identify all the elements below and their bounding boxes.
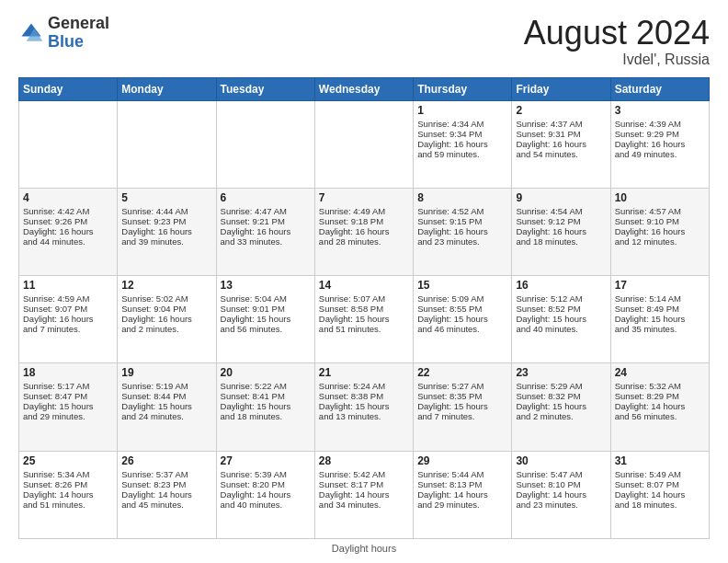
calendar-cell: 13Sunrise: 5:04 AMSunset: 9:01 PMDayligh… — [216, 276, 314, 363]
cell-info: and 29 minutes. — [417, 500, 507, 510]
cell-info: Daylight: 15 hours — [319, 401, 409, 411]
cell-info: and 23 minutes. — [516, 500, 606, 510]
cell-info: Sunrise: 5:14 AM — [615, 293, 705, 304]
cell-info: Daylight: 14 hours — [121, 489, 211, 500]
cell-info: and 29 minutes. — [23, 411, 113, 421]
cell-info: and 54 minutes. — [516, 149, 606, 159]
cell-info: Sunset: 8:07 PM — [615, 479, 705, 489]
day-number: 20 — [221, 366, 311, 379]
cell-info: Daylight: 14 hours — [221, 489, 311, 500]
day-number: 18 — [23, 366, 113, 379]
cell-info: and 13 minutes. — [319, 411, 409, 421]
cell-info: Sunrise: 4:44 AM — [121, 206, 211, 216]
calendar-cell: 2Sunrise: 4:37 AMSunset: 9:31 PMDaylight… — [512, 100, 610, 188]
calendar-cell: 11Sunrise: 4:59 AMSunset: 9:07 PMDayligh… — [19, 276, 118, 363]
day-number: 5 — [121, 191, 211, 204]
cell-info: and 24 minutes. — [121, 411, 211, 421]
calendar-cell: 23Sunrise: 5:29 AMSunset: 8:32 PMDayligh… — [512, 363, 610, 451]
cell-info: and 33 minutes. — [221, 236, 311, 247]
day-number: 14 — [319, 279, 409, 292]
month-title: August 2024 — [524, 15, 710, 52]
calendar-cell: 6Sunrise: 4:47 AMSunset: 9:21 PMDaylight… — [216, 188, 314, 275]
day-number: 28 — [319, 454, 409, 467]
cell-info: Sunrise: 4:54 AM — [516, 206, 606, 216]
day-number: 11 — [23, 279, 113, 292]
calendar-cell: 15Sunrise: 5:09 AMSunset: 8:55 PMDayligh… — [414, 276, 512, 363]
calendar-cell: 8Sunrise: 4:52 AMSunset: 9:15 PMDaylight… — [414, 188, 512, 275]
cell-info: and 12 minutes. — [615, 236, 705, 247]
logo-blue: Blue — [48, 32, 84, 51]
cell-info: Sunrise: 5:37 AM — [121, 469, 211, 479]
day-number: 21 — [319, 366, 409, 379]
cell-info: and 39 minutes. — [121, 236, 211, 247]
cell-info: Daylight: 16 hours — [23, 226, 113, 236]
cell-info: Daylight: 15 hours — [516, 314, 606, 324]
cell-info: Sunrise: 5:47 AM — [516, 469, 606, 479]
day-number: 4 — [23, 191, 113, 204]
calendar-cell: 5Sunrise: 4:44 AMSunset: 9:23 PMDaylight… — [118, 188, 216, 275]
cell-info: and 56 minutes. — [615, 411, 705, 421]
calendar-cell — [314, 100, 413, 188]
cell-info: Sunrise: 5:34 AM — [23, 469, 113, 479]
cell-info: Daylight: 14 hours — [615, 489, 705, 500]
calendar-cell — [19, 100, 118, 188]
cell-info: Sunrise: 4:34 AM — [417, 119, 507, 129]
calendar-cell: 28Sunrise: 5:42 AMSunset: 8:17 PMDayligh… — [314, 451, 413, 538]
calendar-header-row: Sunday Monday Tuesday Wednesday Thursday… — [19, 77, 710, 100]
day-number: 6 — [221, 191, 311, 204]
calendar-cell: 4Sunrise: 4:42 AMSunset: 9:26 PMDaylight… — [19, 188, 118, 275]
calendar-cell: 29Sunrise: 5:44 AMSunset: 8:13 PMDayligh… — [414, 451, 512, 538]
calendar-cell: 20Sunrise: 5:22 AMSunset: 8:41 PMDayligh… — [216, 363, 314, 451]
col-saturday: Saturday — [610, 77, 709, 100]
cell-info: Daylight: 15 hours — [221, 314, 311, 324]
cell-info: Sunrise: 4:52 AM — [417, 206, 507, 216]
title-block: August 2024 Ivdel', Russia — [524, 15, 710, 68]
cell-info: and 45 minutes. — [121, 500, 211, 510]
cell-info: Sunset: 8:10 PM — [516, 479, 606, 489]
cell-info: Sunset: 8:23 PM — [121, 479, 211, 489]
calendar-week-row-3: 11Sunrise: 4:59 AMSunset: 9:07 PMDayligh… — [19, 276, 710, 363]
cell-info: and 2 minutes. — [121, 324, 211, 334]
calendar-cell: 18Sunrise: 5:17 AMSunset: 8:47 PMDayligh… — [19, 363, 118, 451]
cell-info: Sunset: 8:32 PM — [516, 391, 606, 401]
cell-info: Daylight: 14 hours — [319, 489, 409, 500]
cell-info: and 28 minutes. — [319, 236, 409, 247]
cell-info: Sunset: 9:12 PM — [516, 216, 606, 226]
cell-info: and 7 minutes. — [417, 411, 507, 421]
cell-info: and 56 minutes. — [221, 324, 311, 334]
cell-info: Daylight: 14 hours — [516, 489, 606, 500]
cell-info: and 2 minutes. — [516, 411, 606, 421]
cell-info: Sunrise: 5:29 AM — [516, 381, 606, 391]
day-number: 13 — [221, 279, 311, 292]
cell-info: and 44 minutes. — [23, 236, 113, 247]
cell-info: Daylight: 16 hours — [121, 226, 211, 236]
cell-info: Sunset: 8:29 PM — [615, 391, 705, 401]
cell-info: Daylight: 15 hours — [516, 401, 606, 411]
cell-info: and 46 minutes. — [417, 324, 507, 334]
cell-info: Sunrise: 5:32 AM — [615, 381, 705, 391]
col-tuesday: Tuesday — [216, 77, 314, 100]
calendar-table: Sunday Monday Tuesday Wednesday Thursday… — [18, 77, 710, 539]
calendar-cell: 17Sunrise: 5:14 AMSunset: 8:49 PMDayligh… — [610, 276, 709, 363]
calendar-cell — [216, 100, 314, 188]
cell-info: Sunset: 8:41 PM — [221, 391, 311, 401]
cell-info: Sunset: 8:13 PM — [417, 479, 507, 489]
cell-info: Sunset: 9:29 PM — [615, 129, 705, 139]
cell-info: Sunset: 8:55 PM — [417, 304, 507, 314]
day-number: 19 — [121, 366, 211, 379]
cell-info: Daylight: 15 hours — [23, 401, 113, 411]
cell-info: Sunrise: 5:49 AM — [615, 469, 705, 479]
cell-info: Sunrise: 5:04 AM — [221, 293, 311, 304]
calendar-cell — [118, 100, 216, 188]
day-number: 25 — [23, 454, 113, 467]
cell-info: Daylight: 16 hours — [516, 226, 606, 236]
cell-info: and 59 minutes. — [417, 149, 507, 159]
cell-info: Daylight: 14 hours — [417, 489, 507, 500]
cell-info: Sunset: 9:31 PM — [516, 129, 606, 139]
cell-info: and 40 minutes. — [516, 324, 606, 334]
cell-info: Sunrise: 4:47 AM — [221, 206, 311, 216]
calendar-cell: 1Sunrise: 4:34 AMSunset: 9:34 PMDaylight… — [414, 100, 512, 188]
footer-note: Daylight hours — [18, 543, 710, 554]
calendar-week-row-1: 1Sunrise: 4:34 AMSunset: 9:34 PMDaylight… — [19, 100, 710, 188]
calendar-cell: 26Sunrise: 5:37 AMSunset: 8:23 PMDayligh… — [118, 451, 216, 538]
